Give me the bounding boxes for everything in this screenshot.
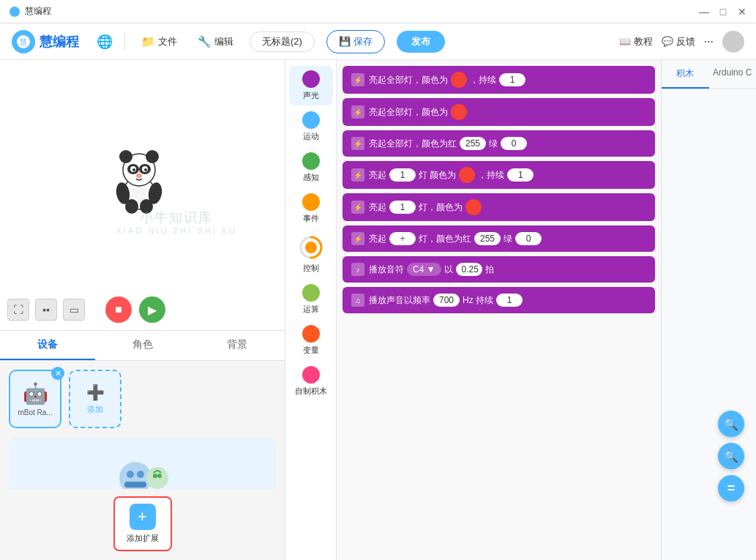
globe-icon[interactable]: 🌐 [97,34,113,50]
color-picker-1[interactable] [451,72,467,88]
event-dot [302,193,320,211]
svg-text:慧: 慧 [19,38,27,46]
add-extension-button[interactable]: + 添加扩展 [113,496,172,551]
block-6[interactable]: ⚡ 亮起 + 灯，颜色为红 255 绿 0 [343,225,655,252]
block-4[interactable]: ⚡ 亮起 1 灯 颜色为 ，持续 1 [343,161,655,189]
block-7-text: 播放音符 C4 ▼ 以 0.25 拍 [369,263,494,276]
titlebar-title: 慧编程 [25,5,51,18]
category-custom[interactable]: 自制积木 [289,362,333,401]
svg-rect-22 [124,482,146,488]
block-2[interactable]: ⚡ 亮起全部灯，颜色为 [343,98,655,126]
tutorial-icon: 📖 [619,36,631,47]
edit-menu[interactable]: 🔧 编辑 [193,32,238,51]
file-tab[interactable]: 无标题(2) [250,31,315,52]
tab-backdrop[interactable]: 背景 [190,331,285,360]
category-control[interactable]: 控制 [289,230,333,278]
tab-blocks[interactable]: 积木 [662,60,709,89]
block-5-icon: ⚡ [351,201,364,214]
robot-info-section: 请连接设备 模式切换 ? 上传 在线 🔗 连接 [9,437,276,489]
color-picker-5[interactable] [465,199,482,215]
svg-point-25 [157,474,162,478]
category-control-label: 控制 [303,263,319,274]
more-button[interactable]: ··· [704,35,714,48]
tutorial-button[interactable]: 📖 教程 [619,35,653,48]
block-2-text: 亮起全部灯，颜色为 [369,104,467,120]
run-button[interactable]: ▶ [139,296,165,323]
close-button[interactable]: ✕ [737,7,747,17]
titlebar: 慧编程 — □ ✕ [0,0,756,23]
block-1[interactable]: ⚡ 亮起全部灯，颜色为 ，持续 1 [343,66,655,94]
num-input-5[interactable]: 1 [389,201,416,214]
stage: 小牛知识库 XIAO NIU ZHI SHI KU ⛶ ▪▪ ▭ ■ ▶ [0,60,285,331]
feedback-label: 反馈 [676,35,695,48]
svg-point-18 [140,199,153,214]
category-sense[interactable]: 感知 [289,148,333,187]
svg-point-6 [146,150,159,163]
category-variable[interactable]: 变量 [289,321,333,360]
color-picker-2[interactable] [451,104,467,120]
category-motion[interactable]: 运动 [289,107,333,146]
category-custom-label: 自制积木 [295,386,327,397]
stop-button[interactable]: ■ [105,296,132,323]
category-sound-light[interactable]: 声光 [289,66,333,105]
minimize-button[interactable]: — [699,7,709,17]
small-view-button[interactable]: ▪▪ [35,299,57,321]
svg-point-20 [127,471,134,478]
green-input-3[interactable]: 0 [501,137,527,150]
add-extension-label: 添加扩展 [127,533,159,544]
feedback-button[interactable]: 💬 反馈 [662,35,695,48]
freq-input-8[interactable]: 700 [433,294,460,307]
device-badge: ✕ [51,367,64,380]
category-calc-label: 运算 [303,304,319,315]
watermark-line2: XIAO NIU ZHI SHI KU [116,226,237,235]
tab-device[interactable]: 设备 [0,331,95,360]
maximize-button[interactable]: □ [718,7,728,17]
custom-dot [302,366,320,384]
block-3[interactable]: ⚡ 亮起全部灯，颜色为红 255 绿 0 [343,130,655,157]
category-panel: 声光 运动 感知 事件 控制 运算 [285,60,337,560]
duration-input-8[interactable]: 1 [496,294,523,307]
save-button[interactable]: 💾 保存 [326,30,385,53]
fullscreen-button[interactable]: ⛶ [7,299,29,321]
block-5[interactable]: ⚡ 亮起 1 灯，颜色为 [343,193,655,221]
duration-input-1[interactable]: 1 [499,73,525,86]
category-event[interactable]: 事件 [289,189,333,228]
sense-dot [302,152,320,170]
tab-sprite[interactable]: 角色 [95,331,190,360]
color-picker-4[interactable] [459,167,475,183]
category-calc[interactable]: 运算 [289,280,333,319]
tab-arduino[interactable]: Arduino C [709,60,757,89]
right-tabs: 积木 Arduino C [662,60,756,89]
svg-point-24 [153,474,157,478]
block-7[interactable]: ♪ 播放音符 C4 ▼ 以 0.25 拍 [343,256,655,283]
svg-point-0 [10,7,20,17]
block-1-text: 亮起全部灯，颜色为 ，持续 1 [369,72,525,88]
duration-input-4[interactable]: 1 [507,168,534,182]
num-input-4[interactable]: 1 [389,168,416,182]
rgb-input-6[interactable]: 255 [474,232,501,245]
menubar: 慧 慧编程 🌐 📁 文件 🔧 编辑 无标题(2) 💾 保存 发布 📖 教程 💬 … [0,23,756,60]
tutorial-label: 教程 [634,35,653,48]
plus-input-6[interactable]: + [389,232,416,245]
note-selector[interactable]: C4 ▼ [407,263,441,276]
app-icon [9,6,20,18]
add-device-icon: ➕ [86,384,105,401]
publish-button[interactable]: 发布 [397,31,445,53]
robot-info: 请连接设备 模式切换 ? 上传 在线 🔗 连接 [9,437,276,489]
blocks-panel: ⚡ 亮起全部灯，颜色为 ，持续 1 ⚡ 亮起全部灯，颜色为 ⚡ 亮起全部灯，颜色… [337,60,661,560]
category-sense-label: 感知 [303,172,319,183]
large-view-button[interactable]: ▭ [63,299,85,321]
svg-point-5 [119,150,132,163]
avatar[interactable] [722,31,744,53]
block-4-text: 亮起 1 灯 颜色为 ，持续 1 [369,167,534,183]
block-7-icon: ♪ [351,263,364,276]
add-device-label: 添加 [87,404,103,415]
block-8[interactable]: ♫ 播放声音以频率 700 Hz 持续 1 [343,287,655,313]
red-input-3[interactable]: 255 [460,137,486,150]
file-menu[interactable]: 📁 文件 [137,32,181,51]
beat-input-7[interactable]: 0.25 [456,263,482,276]
green-input-6[interactable]: 0 [515,232,542,245]
device-item-mbot[interactable]: ✕ 🤖 mBot Ra... [9,370,61,428]
add-device-button[interactable]: ➕ 添加 [69,370,121,428]
feedback-icon: 💬 [662,36,673,47]
